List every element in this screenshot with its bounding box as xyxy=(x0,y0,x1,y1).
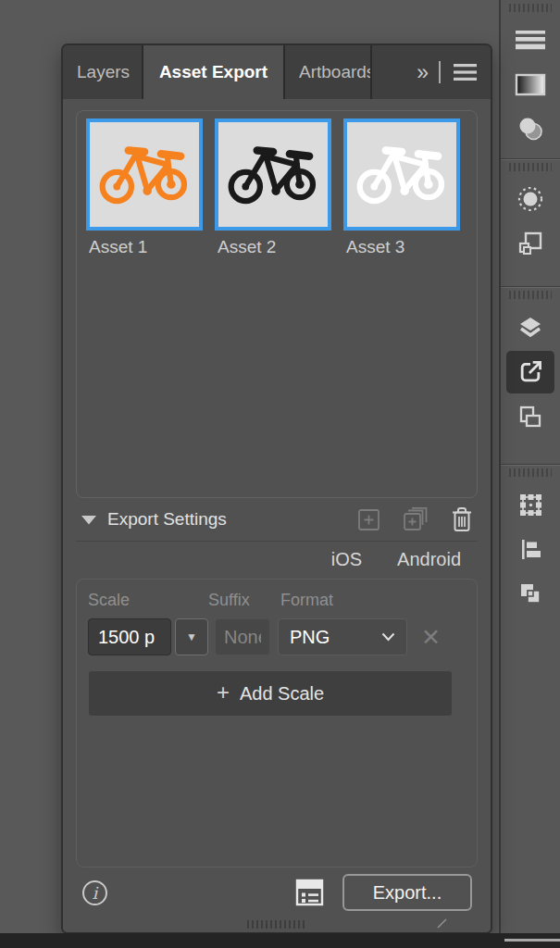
transform-panel-icon[interactable] xyxy=(505,484,555,525)
chevron-down-icon xyxy=(381,632,395,642)
disclosure-triangle-icon[interactable] xyxy=(81,515,96,525)
layers-panel-icon[interactable] xyxy=(505,306,555,347)
artboards-panel-icon[interactable] xyxy=(505,397,555,438)
resize-handle-icon[interactable] xyxy=(436,917,448,929)
asset-label[interactable]: Asset 3 xyxy=(346,237,460,257)
scale-value-input[interactable] xyxy=(88,618,171,655)
asset-thumbnail[interactable] xyxy=(215,118,331,231)
asset-export-panel-icon[interactable] xyxy=(506,351,554,393)
transparency-panel-icon[interactable] xyxy=(505,108,555,149)
dock-bottom-edge xyxy=(504,939,560,942)
export-dialog-icon[interactable] xyxy=(295,878,324,907)
format-dropdown[interactable]: PNG xyxy=(278,618,407,655)
platform-preset-row: iOS Android xyxy=(63,542,491,577)
panel-tab-bar: Layers Asset Export Artboards » xyxy=(63,45,491,99)
info-icon[interactable]: i xyxy=(81,879,108,906)
tab-bar-divider xyxy=(439,61,441,83)
svg-text:i: i xyxy=(93,883,99,903)
tab-overflow-icon[interactable]: » xyxy=(417,62,427,83)
dock-group-1 xyxy=(501,0,560,158)
delete-asset-icon[interactable] xyxy=(450,506,474,532)
assets-list: Asset 1 Asset 2 xyxy=(76,110,478,498)
add-multiple-scales-icon[interactable] xyxy=(403,507,428,531)
asset-item[interactable]: Asset 3 xyxy=(343,118,460,257)
export-settings-title: Export Settings xyxy=(107,509,227,530)
asset-item[interactable]: Asset 2 xyxy=(215,118,331,257)
assets-row: Asset 1 Asset 2 xyxy=(86,118,467,257)
appearance-panel-icon[interactable] xyxy=(505,179,555,219)
panel-drag-handle[interactable] xyxy=(247,920,306,929)
bicycle-icon xyxy=(355,139,448,211)
panel-bottom-bar xyxy=(63,916,491,932)
scale-row: ▼ PNG ✕ xyxy=(88,618,466,655)
gradient-panel-icon[interactable] xyxy=(505,64,555,105)
plus-icon: + xyxy=(217,681,230,704)
dock-group-2 xyxy=(501,158,560,286)
scale-settings-group: Scale Suffix Format ▼ PNG ✕ + xyxy=(76,579,478,867)
tab-artboards[interactable]: Artboards xyxy=(285,45,372,99)
scale-column-labels: Scale Suffix Format xyxy=(88,591,466,610)
dock-group-4 xyxy=(501,464,560,630)
background-bottom-strip xyxy=(0,933,560,948)
asset-label[interactable]: Asset 1 xyxy=(89,237,203,257)
scale-unit-dropdown[interactable]: ▼ xyxy=(175,618,208,655)
add-scale-icon[interactable] xyxy=(357,508,380,531)
dock-drag-handle[interactable] xyxy=(509,4,552,12)
asset-item[interactable]: Asset 1 xyxy=(86,118,203,257)
dock-drag-handle[interactable] xyxy=(509,163,552,171)
android-preset-button[interactable]: Android xyxy=(397,549,461,570)
dock-group-3 xyxy=(501,286,560,464)
tab-bar-right: » xyxy=(372,45,491,99)
remove-scale-icon[interactable]: ✕ xyxy=(421,626,441,649)
suffix-column-label: Suffix xyxy=(208,591,280,610)
tab-asset-export[interactable]: Asset Export xyxy=(143,45,285,99)
suffix-input[interactable] xyxy=(215,618,270,655)
pathfinder-panel-icon[interactable] xyxy=(505,573,555,614)
export-settings-header: Export Settings xyxy=(63,498,491,541)
ios-preset-button[interactable]: iOS xyxy=(331,549,362,570)
tab-layers[interactable]: Layers xyxy=(63,45,143,99)
asset-thumbnail[interactable] xyxy=(343,118,460,231)
panel-body: Asset 1 Asset 2 xyxy=(63,99,491,932)
asset-export-panel: Layers Asset Export Artboards » xyxy=(61,44,492,934)
dock-drag-handle[interactable] xyxy=(509,468,552,477)
bicycle-icon xyxy=(98,139,191,211)
stroke-panel-icon[interactable] xyxy=(505,19,555,60)
format-value: PNG xyxy=(290,627,330,648)
add-scale-button[interactable]: + Add Scale xyxy=(89,671,452,716)
scale-column-label: Scale xyxy=(88,591,208,610)
add-scale-label: Add Scale xyxy=(240,683,324,705)
asset-thumbnail[interactable] xyxy=(86,118,203,231)
dropdown-arrow-icon: ▼ xyxy=(186,630,197,643)
format-column-label: Format xyxy=(280,591,333,610)
bicycle-icon xyxy=(227,139,319,211)
dock-empty-space xyxy=(501,630,560,937)
dock-drag-handle[interactable] xyxy=(509,291,552,299)
panel-menu-icon[interactable] xyxy=(453,63,478,81)
panel-footer: i Export... xyxy=(63,869,491,916)
align-panel-icon[interactable] xyxy=(505,529,555,569)
panel-dock-toolbar xyxy=(499,0,560,937)
asset-label[interactable]: Asset 2 xyxy=(218,237,331,257)
graphic-styles-panel-icon[interactable] xyxy=(505,223,555,264)
export-button[interactable]: Export... xyxy=(342,874,472,911)
